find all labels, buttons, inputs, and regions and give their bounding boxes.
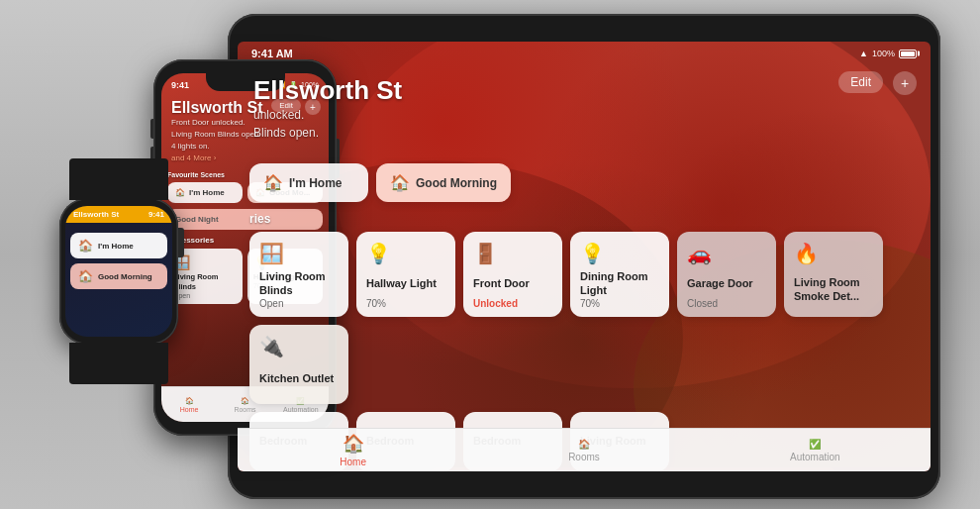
hallway-light-name: Hallway Light [366,276,445,290]
accessory-living-room-blinds[interactable]: 🪟 Living Room Blinds Open [249,232,348,317]
garage-icon: 🚗 [687,242,766,265]
accessories-section-label: ries [249,212,919,226]
ipad-screen: 9:41 AM ▲ 100% Ellsworth St unlocked. Bl… [238,42,931,471]
front-door-icon: 🚪 [473,242,552,265]
imhome-label: I'm Home [289,176,343,190]
wifi-icon: ▲ [859,49,868,58]
iphone-blinds-name: Living Room Blinds [173,272,237,292]
ipad-status-bar: 9:41 AM ▲ 100% [238,42,931,65]
outlet-icon: 🔌 [259,335,339,358]
watch-time: 9:41 [148,210,164,219]
watch-band-top [69,158,168,200]
iphone-blinds-status: Open [173,292,237,299]
watch-imhome-icon: 🏠 [78,239,93,253]
accessory-dining-room-light[interactable]: 💡 Dining Room Light 70% [570,232,669,317]
accessory-smoke-det[interactable]: 🔥 Living Room Smoke Det... [784,232,883,317]
watch-device: Ellsworth St 9:41 🏠 I'm Home 🏠 Good Morn… [59,198,178,345]
battery-icon [899,50,917,58]
hallway-light-icon: 💡 [366,242,445,265]
iphone-home-nav-label: Home [180,406,199,413]
watch-header: Ellsworth St 9:41 [65,206,172,223]
ipad-device: 9:41 AM ▲ 100% Ellsworth St unlocked. Bl… [228,14,940,499]
rooms-nav-icon: 🏠 [578,439,590,450]
smoke-icon: 🔥 [794,242,873,265]
smoke-name: Living Room Smoke Det... [794,275,873,304]
hallway-light-status: 70% [366,298,445,309]
watch-crown [178,228,184,257]
garage-name: Garage Door [687,276,766,290]
watch-location: Ellsworth St [73,210,119,219]
good-night-label: Good Night [175,215,219,224]
accessories-grid: 🪟 Living Room Blinds Open 💡 Hallway Ligh… [249,232,919,404]
garage-status: Closed [687,298,766,309]
blinds-icon: 🪟 [259,242,339,265]
accessory-hallway-light[interactable]: 💡 Hallway Light 70% [356,232,455,317]
iphone-nav-home[interactable]: 🏠 Home [161,387,217,422]
dining-light-name: Dining Room Light [580,269,659,298]
scene-card-goodmorning[interactable]: 🏠 Good Morning [376,163,511,202]
blinds-name: Living Room Blinds [259,269,339,298]
dining-light-icon: 💡 [580,242,659,265]
ipad-nav-automation[interactable]: ✅ Automation [700,429,931,471]
outlet-name: Kitchen Outlet [259,371,339,385]
automation-nav-icon: ✅ [809,439,821,450]
battery-percent: 100% [872,49,895,58]
accessory-garage-door[interactable]: 🚗 Garage Door Closed [677,232,776,317]
watch-goodmorning-icon: 🏠 [78,269,93,283]
iphone-scene-imhome[interactable]: 🏠 I'm Home [167,182,243,203]
ipad-nav-home[interactable]: 🏠 Home [238,429,468,471]
watch-card-imhome[interactable]: 🏠 I'm Home [70,233,167,258]
goodmorning-label: Good Morning [416,176,497,190]
scene-card-imhome[interactable]: 🏠 I'm Home [249,163,368,202]
watch-band-bottom [69,343,168,384]
ipad-scenes-row: 🏠 I'm Home 🏠 Good Morning [249,163,919,202]
ipad-location-title: Ellsworth St [253,75,915,106]
accessory-front-door[interactable]: 🚪 Front Door Unlocked [463,232,562,317]
iphone-mute-button [150,119,153,139]
goodmorning-icon: 🏠 [390,173,410,192]
ipad-time: 9:41 AM [251,48,293,59]
iphone-home-nav-icon: 🏠 [185,397,194,405]
front-door-status: Unlocked [473,298,552,309]
rooms-nav-label: Rooms [568,452,600,462]
ipad-subtitle: unlocked. Blinds open. [253,106,915,142]
blinds-status: Open [259,298,339,309]
ipad-bottom-nav: 🏠 Home 🏠 Rooms ✅ Automation [238,428,931,471]
dining-light-status: 70% [580,298,659,309]
watch-card-goodmorning[interactable]: 🏠 Good Morning [70,263,167,289]
accessory-kitchen-outlet[interactable]: 🔌 Kitchen Outlet [249,325,348,404]
watch-goodmorning-label: Good Morning [98,272,152,281]
iphone-time: 9:41 [171,80,189,90]
ipad-header: Ellsworth St unlocked. Blinds open. [238,65,931,150]
front-door-name: Front Door [473,276,552,290]
ipad-nav-rooms[interactable]: 🏠 Rooms [468,429,699,471]
watch-imhome-label: I'm Home [98,242,134,251]
home-nav-label: Home [340,457,366,467]
watch-content: 🏠 I'm Home 🏠 Good Morning [65,228,172,337]
ipad-content: 🏠 I'm Home 🏠 Good Morning ries 🪟 Living … [238,155,931,428]
home-nav-icon: 🏠 [343,433,364,455]
iphone-imhome-icon: 🏠 [175,188,185,197]
automation-nav-label: Automation [790,452,840,462]
watch-screen: Ellsworth St 9:41 🏠 I'm Home 🏠 Good Morn… [65,206,172,337]
iphone-imhome-label: I'm Home [189,188,225,197]
ipad-status-icons: ▲ 100% [859,49,917,58]
imhome-icon: 🏠 [263,173,283,192]
